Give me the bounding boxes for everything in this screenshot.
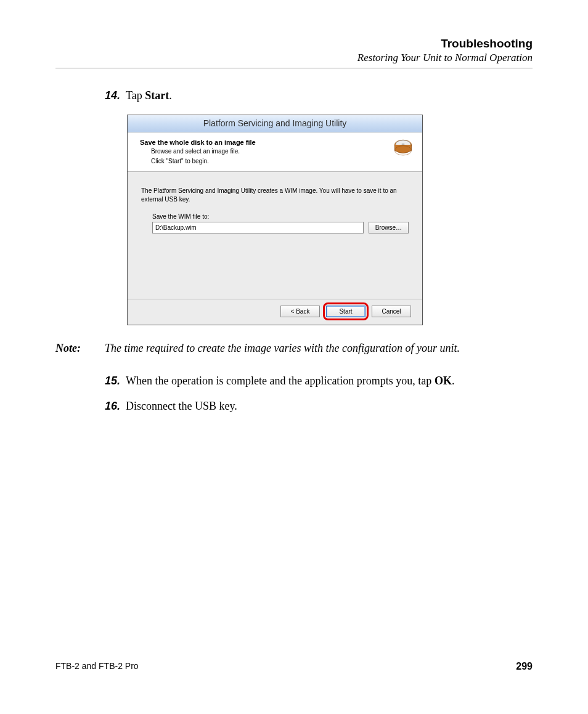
step-15: 15. When the operation is complete and t… — [105, 373, 533, 389]
dialog-title-bar: Platform Servicing and Imaging Utility — [128, 115, 422, 132]
footer-left: FTB-2 and FTB-2 Pro — [55, 661, 139, 672]
wim-file-input[interactable] — [152, 222, 364, 233]
note-text: The time required to create the image va… — [105, 340, 533, 356]
dialog-footer: < Back Start Cancel — [128, 299, 422, 325]
note-label: Note: — [55, 340, 105, 356]
header-rule — [55, 68, 533, 68]
step-text: Disconnect the USB key. — [126, 399, 533, 414]
start-button[interactable]: Start — [326, 306, 365, 317]
step-text-pre: Tap — [126, 89, 145, 102]
page-number: 299 — [516, 661, 533, 672]
dialog-header: Save the whole disk to an image file Bro… — [128, 132, 422, 172]
dialog-header-main: Save the whole disk to an image file — [140, 139, 256, 146]
page-footer: FTB-2 and FTB-2 Pro 299 — [55, 661, 533, 672]
dialog-screenshot: Platform Servicing and Imaging Utility S… — [127, 115, 423, 325]
dialog-body-intro: The Platform Servicing and Imaging Utili… — [141, 187, 409, 203]
note-block: Note: The time required to create the im… — [55, 340, 533, 356]
step-number: 16. — [105, 399, 126, 414]
start-button-highlight: Start — [326, 306, 365, 317]
step-text: When the operation is complete and the a… — [126, 373, 533, 389]
back-button[interactable]: < Back — [280, 306, 320, 317]
step-text: Tap Start. — [126, 88, 533, 103]
step-text-bold: OK — [435, 375, 452, 387]
step-text-post: . — [452, 375, 455, 387]
step-number: 14. — [105, 88, 126, 103]
page-header-subtitle: Restoring Your Unit to Normal Operation — [55, 52, 533, 64]
cancel-button[interactable]: Cancel — [372, 306, 411, 317]
browse-button[interactable]: Browse… — [369, 222, 409, 233]
hard-drive-icon — [393, 139, 414, 157]
step-text-post: . — [169, 89, 172, 102]
wim-file-label: Save the WIM file to: — [152, 213, 409, 220]
dialog-header-sub1: Browse and select an image file. — [151, 147, 256, 156]
step-text-pre: When the operation is complete and the a… — [126, 375, 435, 387]
step-16: 16. Disconnect the USB key. — [105, 399, 533, 414]
dialog-header-sub2: Click "Start" to begin. — [151, 157, 256, 166]
step-14: 14. Tap Start. — [105, 88, 533, 103]
step-text-bold: Start — [145, 89, 169, 102]
dialog-body: The Platform Servicing and Imaging Utili… — [128, 172, 422, 299]
step-number: 15. — [105, 373, 126, 389]
page-header-title: Troubleshooting — [55, 37, 533, 51]
